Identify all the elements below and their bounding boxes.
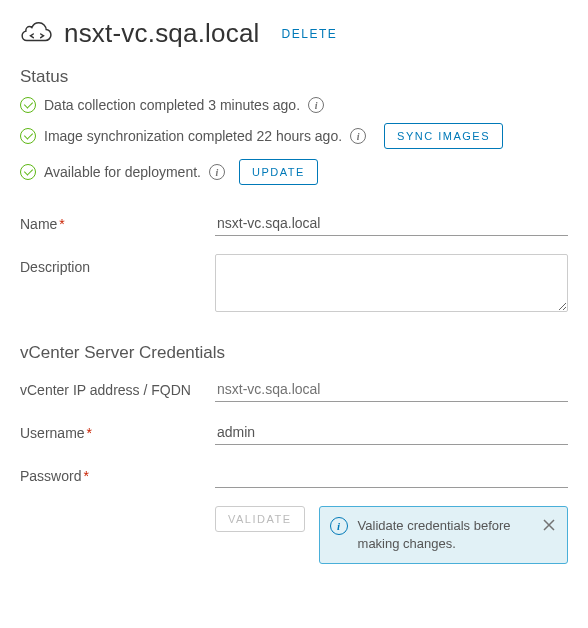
check-icon: [20, 164, 36, 180]
status-row-available: Available for deployment. i UPDATE: [20, 159, 568, 185]
close-icon[interactable]: [541, 517, 557, 535]
info-icon[interactable]: i: [350, 128, 366, 144]
info-icon: i: [330, 517, 348, 535]
password-label: Password*: [20, 463, 215, 487]
status-text: Data collection completed 3 minutes ago.: [44, 97, 300, 113]
status-row-image-sync: Image synchronization completed 22 hours…: [20, 123, 568, 149]
delete-button[interactable]: DELETE: [282, 27, 338, 41]
ip-row: vCenter IP address / FQDN: [20, 377, 568, 402]
name-label: Name*: [20, 211, 215, 235]
alert-text: Validate credentials before making chang…: [358, 517, 531, 553]
ip-label: vCenter IP address / FQDN: [20, 377, 215, 401]
name-input[interactable]: [215, 211, 568, 236]
required-marker: *: [59, 216, 64, 232]
ip-input[interactable]: [215, 377, 568, 402]
status-row-data-collection: Data collection completed 3 minutes ago.…: [20, 97, 568, 113]
info-icon[interactable]: i: [308, 97, 324, 113]
label-text: Username: [20, 425, 85, 441]
validate-alert: i Validate credentials before making cha…: [319, 506, 568, 564]
validate-button[interactable]: VALIDATE: [215, 506, 305, 532]
cloud-icon: [20, 21, 54, 47]
password-row: Password*: [20, 463, 568, 488]
credentials-heading: vCenter Server Credentials: [20, 343, 568, 363]
username-input[interactable]: [215, 420, 568, 445]
username-label: Username*: [20, 420, 215, 444]
description-row: Description: [20, 254, 568, 315]
page-header: nsxt-vc.sqa.local DELETE: [20, 18, 568, 49]
label-text: Password: [20, 468, 81, 484]
status-text: Available for deployment.: [44, 164, 201, 180]
required-marker: *: [87, 425, 92, 441]
status-heading: Status: [20, 67, 568, 87]
info-icon[interactable]: i: [209, 164, 225, 180]
update-button[interactable]: UPDATE: [239, 159, 318, 185]
check-icon: [20, 128, 36, 144]
description-textarea[interactable]: [215, 254, 568, 312]
check-icon: [20, 97, 36, 113]
description-label: Description: [20, 254, 215, 278]
password-input[interactable]: [215, 463, 568, 488]
label-text: Name: [20, 216, 57, 232]
sync-images-button[interactable]: SYNC IMAGES: [384, 123, 503, 149]
required-marker: *: [83, 468, 88, 484]
username-row: Username*: [20, 420, 568, 445]
status-text: Image synchronization completed 22 hours…: [44, 128, 342, 144]
validate-row: VALIDATE i Validate credentials before m…: [215, 506, 568, 564]
page-title: nsxt-vc.sqa.local: [64, 18, 260, 49]
name-row: Name*: [20, 211, 568, 236]
